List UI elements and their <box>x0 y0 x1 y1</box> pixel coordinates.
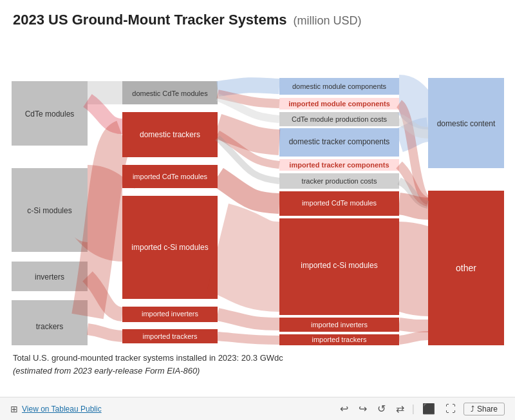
svg-text:domestic trackers: domestic trackers <box>140 130 200 139</box>
chart-area: CdTe modules c-Si modules inverters trac… <box>0 36 515 345</box>
tableau-right: ↩ ↪ ↺ ⇄ | ⬛ ⛶ ⤴ Share <box>337 401 505 416</box>
svg-text:imported c-Si modules: imported c-Si modules <box>301 261 377 270</box>
page-container: 2023 US Ground-Mount Tracker Systems (mi… <box>0 0 515 420</box>
chart-subtitle: (million USD) <box>293 14 361 28</box>
footer-text: Total U.S. ground-mounted tracker system… <box>13 352 502 377</box>
share-icon: ⤴ <box>471 405 474 414</box>
redo-button[interactable]: ↪ <box>356 401 370 416</box>
share-label: Share <box>477 405 498 414</box>
svg-text:CdTe module production costs: CdTe module production costs <box>292 115 387 123</box>
tableau-view-link[interactable]: View on Tableau Public <box>22 405 102 414</box>
tableau-toolbar: ⊞ View on Tableau Public ↩ ↪ ↺ ⇄ | ⬛ ⛶ ⤴… <box>0 397 515 420</box>
svg-text:imported trackers: imported trackers <box>312 336 367 343</box>
svg-text:other: other <box>456 263 476 273</box>
svg-text:CdTe modules: CdTe modules <box>25 110 75 119</box>
title-area: 2023 US Ground-Mount Tracker Systems (mi… <box>0 0 515 33</box>
svg-text:domestic content: domestic content <box>437 119 496 128</box>
svg-text:tracker production costs: tracker production costs <box>302 177 377 185</box>
footer-area: Total U.S. ground-mounted tracker system… <box>0 345 515 379</box>
tableau-grid-icon: ⊞ <box>10 404 18 414</box>
svg-text:domestic CdTe modules: domestic CdTe modules <box>132 90 208 97</box>
svg-text:imported c-Si modules: imported c-Si modules <box>131 243 208 252</box>
svg-text:imported inverters: imported inverters <box>142 310 199 318</box>
separator: | <box>412 403 415 415</box>
share-button[interactable]: ⤴ Share <box>464 403 505 415</box>
svg-text:imported module components: imported module components <box>288 100 390 108</box>
svg-text:domestic module components: domestic module components <box>292 82 387 90</box>
fullscreen-button[interactable]: ⛶ <box>443 402 458 416</box>
reset-button[interactable]: ↺ <box>375 401 388 416</box>
footer-line2: (estimated from 2023 early-release Form … <box>13 366 200 376</box>
svg-text:trackers: trackers <box>36 322 64 331</box>
chart-title: 2023 US Ground-Mount Tracker Systems <box>13 12 286 28</box>
undo-button[interactable]: ↩ <box>337 401 351 416</box>
svg-text:imported CdTe modules: imported CdTe modules <box>302 199 377 207</box>
download-button[interactable]: ⬛ <box>420 401 438 416</box>
svg-text:c-Si modules: c-Si modules <box>27 206 71 215</box>
svg-text:inverters: inverters <box>35 272 64 282</box>
footer-line1: Total U.S. ground-mounted tracker system… <box>13 353 283 363</box>
svg-text:domestic tracker components: domestic tracker components <box>289 137 390 146</box>
refresh-button[interactable]: ⇄ <box>393 401 407 416</box>
svg-text:imported inverters: imported inverters <box>311 321 368 329</box>
svg-text:imported CdTe modules: imported CdTe modules <box>133 173 208 180</box>
svg-text:imported trackers: imported trackers <box>143 332 198 340</box>
sankey-chart: CdTe modules c-Si modules inverters trac… <box>0 36 515 345</box>
svg-text:imported tracker components: imported tracker components <box>289 161 389 169</box>
tableau-left: ⊞ View on Tableau Public <box>10 404 102 414</box>
